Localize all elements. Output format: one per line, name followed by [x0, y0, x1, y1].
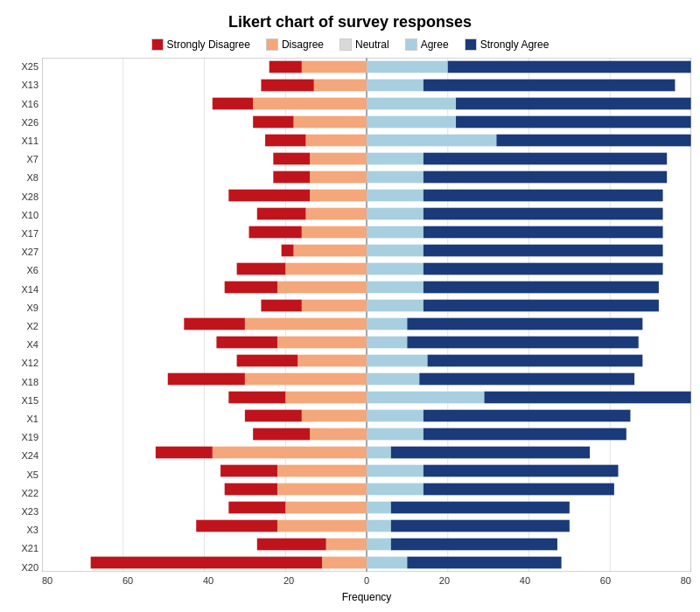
svg-rect-62 [261, 300, 301, 312]
svg-rect-24 [456, 116, 691, 129]
y-label: X12 [21, 363, 38, 364]
svg-rect-97 [277, 465, 367, 477]
svg-rect-100 [424, 465, 619, 477]
svg-rect-75 [367, 355, 428, 367]
svg-rect-82 [228, 392, 285, 404]
svg-rect-103 [367, 483, 424, 496]
legend-item: Strongly Disagree [151, 38, 250, 51]
svg-rect-105 [285, 502, 367, 514]
svg-rect-60 [424, 282, 659, 294]
svg-rect-71 [367, 337, 407, 349]
svg-rect-78 [168, 373, 245, 386]
y-label: X11 [21, 141, 38, 142]
svg-rect-43 [367, 208, 424, 220]
svg-rect-18 [213, 98, 253, 110]
y-label: X21 [21, 548, 38, 549]
svg-rect-13 [314, 80, 367, 92]
svg-rect-80 [419, 373, 634, 386]
svg-rect-40 [424, 190, 663, 202]
svg-rect-91 [367, 428, 424, 441]
svg-rect-72 [407, 337, 638, 349]
chart-container: Likert chart of survey responses Strongl… [0, 0, 700, 612]
y-labels: X25X13X16X26X11X7X8X28X10X17X27X6X14X9X2… [9, 58, 42, 603]
svg-rect-110 [196, 520, 277, 532]
legend-item: Neutral [340, 38, 389, 51]
svg-rect-27 [367, 135, 496, 147]
svg-rect-12 [448, 61, 691, 73]
y-label: X24 [21, 456, 38, 456]
svg-rect-34 [273, 171, 310, 184]
svg-rect-26 [265, 135, 305, 147]
svg-rect-9 [302, 61, 367, 73]
svg-rect-21 [294, 116, 367, 129]
svg-rect-44 [424, 208, 663, 220]
legend-label: Strongly Agree [480, 38, 550, 51]
y-label: X7 [27, 159, 38, 160]
x-tick-label: 20 [439, 575, 450, 586]
y-label: X18 [21, 382, 38, 383]
svg-rect-102 [225, 483, 277, 496]
y-label: X26 [21, 122, 38, 123]
legend: Strongly DisagreeDisagreeNeutralAgreeStr… [151, 38, 550, 51]
svg-rect-28 [496, 135, 691, 147]
svg-rect-69 [277, 337, 367, 349]
legend-item: Agree [405, 38, 449, 51]
svg-rect-32 [424, 153, 667, 165]
y-label: X17 [21, 233, 38, 234]
y-label: X20 [21, 567, 38, 568]
svg-rect-51 [367, 245, 424, 257]
svg-rect-89 [310, 428, 367, 441]
svg-rect-117 [322, 557, 367, 569]
svg-rect-99 [367, 465, 424, 477]
svg-rect-46 [249, 226, 302, 239]
svg-rect-119 [367, 557, 407, 569]
svg-rect-41 [305, 208, 367, 220]
chart-svg [42, 58, 691, 572]
svg-rect-11 [367, 61, 448, 73]
svg-rect-66 [184, 318, 245, 330]
svg-rect-115 [367, 539, 391, 551]
svg-rect-114 [257, 539, 326, 551]
svg-rect-67 [367, 318, 407, 330]
svg-rect-94 [156, 447, 213, 459]
y-label: X2 [27, 326, 38, 327]
svg-rect-88 [424, 410, 631, 422]
x-tick-label: 40 [203, 575, 214, 586]
legend-label: Agree [421, 38, 449, 51]
svg-rect-112 [391, 520, 570, 532]
svg-rect-54 [237, 263, 286, 275]
svg-rect-48 [424, 226, 663, 239]
y-label: X3 [27, 530, 38, 531]
legend-color [340, 38, 352, 51]
y-label: X22 [21, 493, 38, 494]
svg-rect-98 [220, 465, 277, 477]
svg-rect-93 [213, 447, 367, 459]
svg-rect-31 [367, 153, 424, 165]
legend-item: Strongly Agree [465, 38, 550, 51]
svg-rect-70 [216, 337, 277, 349]
legend-label: Neutral [355, 38, 389, 51]
svg-rect-118 [91, 557, 322, 569]
svg-rect-56 [424, 263, 663, 275]
legend-label: Disagree [282, 38, 324, 51]
legend-label: Strongly Disagree [167, 38, 250, 51]
svg-rect-59 [367, 282, 424, 294]
svg-rect-92 [424, 428, 626, 441]
x-tick-label: 80 [681, 575, 691, 586]
y-label: X8 [27, 177, 38, 178]
svg-rect-85 [302, 410, 367, 422]
svg-rect-45 [302, 226, 367, 239]
svg-rect-63 [367, 300, 424, 312]
y-label: X19 [21, 437, 38, 438]
svg-rect-65 [245, 318, 367, 330]
svg-rect-10 [270, 61, 302, 73]
y-label: X25 [21, 66, 38, 67]
svg-rect-108 [391, 502, 570, 514]
svg-rect-101 [277, 483, 367, 496]
x-tick-label: 80 [42, 575, 52, 586]
svg-rect-36 [424, 171, 667, 184]
svg-rect-107 [367, 502, 391, 514]
x-tick-label: 60 [600, 575, 611, 586]
y-label: X9 [27, 308, 38, 309]
svg-rect-14 [261, 80, 313, 92]
